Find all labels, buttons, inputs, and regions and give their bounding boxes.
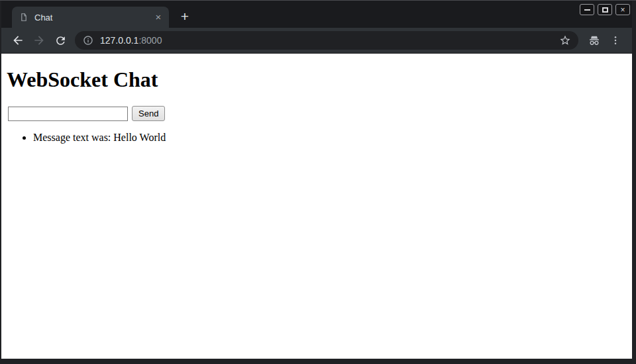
incognito-icon — [588, 34, 601, 47]
minimize-button[interactable] — [580, 4, 594, 15]
url-text[interactable]: 127.0.0.1:8000 — [100, 35, 557, 46]
send-button[interactable]: Send — [132, 106, 165, 121]
url-port: :8000 — [138, 35, 162, 46]
info-icon[interactable] — [83, 35, 93, 46]
tab-close-icon[interactable]: × — [153, 12, 164, 23]
message-input[interactable] — [8, 107, 128, 121]
minimize-icon — [584, 9, 590, 11]
forward-button[interactable] — [28, 30, 50, 51]
tab-strip: Chat × + × — [1, 1, 632, 28]
back-button[interactable] — [7, 30, 28, 51]
menu-button[interactable] — [605, 30, 626, 51]
chat-form: Send — [8, 106, 627, 121]
tab-chat[interactable]: Chat × — [12, 7, 169, 28]
message-list: Message text was: Hello World — [7, 132, 627, 144]
page-content: WebSocket Chat Send Message text was: He… — [1, 54, 632, 359]
three-dot-menu-icon — [610, 34, 621, 46]
browser-window: Chat × + × — [0, 0, 636, 364]
address-bar[interactable]: 127.0.0.1:8000 — [75, 31, 578, 50]
message-item: Message text was: Hello World — [33, 132, 627, 144]
forward-icon — [32, 34, 46, 47]
star-icon — [559, 34, 571, 46]
url-host: 127.0.0.1 — [100, 35, 138, 46]
tab-title: Chat — [34, 13, 153, 23]
window-close-button[interactable]: × — [615, 4, 630, 15]
window-close-icon: × — [620, 6, 625, 14]
maximize-button[interactable] — [598, 4, 612, 15]
document-icon — [19, 13, 28, 22]
reload-button[interactable] — [50, 30, 71, 51]
maximize-icon — [602, 7, 608, 13]
window-controls: × — [580, 4, 630, 15]
back-icon — [11, 34, 25, 47]
page-title: WebSocket Chat — [7, 68, 627, 92]
new-tab-button[interactable]: + — [176, 7, 194, 26]
browser-toolbar: 127.0.0.1:8000 — [1, 28, 632, 54]
bookmark-button[interactable] — [557, 32, 573, 48]
incognito-indicator — [584, 30, 605, 51]
reload-icon — [54, 34, 67, 47]
